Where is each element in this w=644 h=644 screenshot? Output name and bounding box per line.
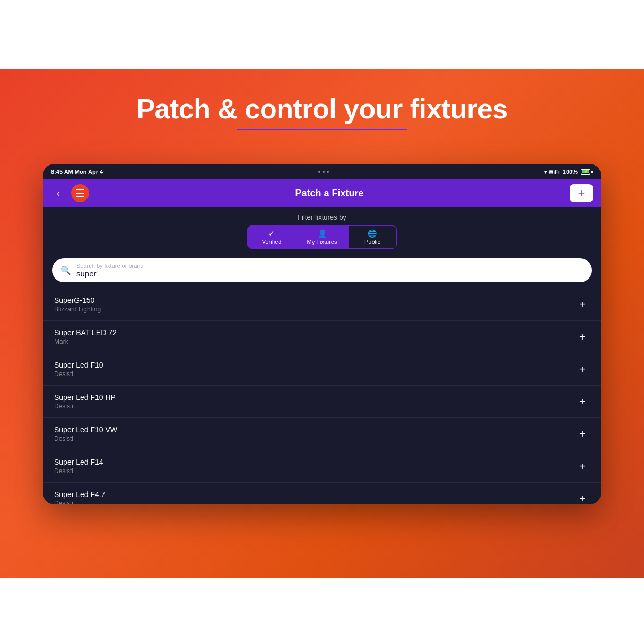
public-label: Public xyxy=(364,239,380,245)
back-button[interactable]: ‹ xyxy=(51,186,66,201)
status-dot-2 xyxy=(323,171,325,173)
search-placeholder: Search by fixture or brand xyxy=(76,263,584,269)
fixture-add-button[interactable]: + xyxy=(575,427,590,441)
filter-tabs: ✓ Verified 👤 My Fixtures 🌐 Public xyxy=(247,225,397,249)
status-dot-1 xyxy=(318,171,320,173)
tab-public[interactable]: 🌐 Public xyxy=(349,226,396,248)
battery-indicator: ⚡ xyxy=(581,169,593,175)
fixture-item[interactable]: Super Led F4.7 Desisti + xyxy=(43,483,601,504)
fixture-name: Super BAT LED 72 xyxy=(54,328,117,337)
wifi-icon: ▾ WiFi xyxy=(544,169,560,175)
fixture-name: Super Led F14 xyxy=(54,458,103,466)
fixture-brand: Desisti xyxy=(54,500,106,504)
fixture-brand: Desisti xyxy=(54,403,116,410)
fixture-list: SuperG-150 Blizzard Lighting + Super BAT… xyxy=(43,289,601,504)
filter-label: Filter fixtures by xyxy=(43,213,601,221)
nav-title: Patch a Fixture xyxy=(89,188,570,199)
search-icon: 🔍 xyxy=(60,265,71,275)
back-icon: ‹ xyxy=(57,188,60,199)
fixture-info: Super Led F10 Desisti xyxy=(54,361,103,378)
fixture-name: SuperG-150 xyxy=(54,296,101,304)
fixture-info: Super BAT LED 72 Mark xyxy=(54,328,117,345)
status-bar: 8:45 AM Mon Apr 4 ▾ WiFi 100% ⚡ xyxy=(43,164,601,179)
add-icon: + xyxy=(578,187,585,199)
status-time: 8:45 AM Mon Apr 4 xyxy=(51,169,103,175)
fixture-info: Super Led F10 VW Desisti xyxy=(54,425,117,442)
fixture-item[interactable]: Super Led F14 Desisti + xyxy=(43,450,601,483)
fixture-name: Super Led F10 xyxy=(54,361,103,369)
status-right: ▾ WiFi 100% ⚡ xyxy=(544,169,593,175)
my-fixtures-icon: 👤 xyxy=(318,229,327,238)
search-bar[interactable]: 🔍 Search by fixture or brand super xyxy=(52,258,592,282)
fixture-name: Super Led F10 HP xyxy=(54,393,116,402)
fixture-item[interactable]: SuperG-150 Blizzard Lighting + xyxy=(43,289,601,321)
fixture-brand: Desisti xyxy=(54,370,103,378)
nav-bar: ‹ Patch a Fixture + xyxy=(43,179,601,207)
search-container: 🔍 Search by fixture or brand super xyxy=(43,254,601,289)
fixture-add-button[interactable]: + xyxy=(575,491,590,504)
search-input-area[interactable]: Search by fixture or brand super xyxy=(76,263,584,278)
hamburger-icon xyxy=(76,189,84,197)
filter-section: Filter fixtures by ✓ Verified 👤 My Fixtu… xyxy=(43,207,601,254)
verified-icon: ✓ xyxy=(268,229,275,238)
fixture-add-button[interactable]: + xyxy=(575,394,590,409)
fixture-item[interactable]: Super Led F10 VW Desisti + xyxy=(43,418,601,450)
fixture-add-button[interactable]: + xyxy=(575,362,590,377)
status-dot-3 xyxy=(327,171,329,173)
fixture-brand: Desisti xyxy=(54,435,117,442)
fixture-name: Super Led F4.7 xyxy=(54,490,106,499)
fixture-brand: Blizzard Lighting xyxy=(54,306,101,313)
fixture-info: SuperG-150 Blizzard Lighting xyxy=(54,296,101,313)
hero-title: Patch & control your fixtures xyxy=(0,93,644,125)
battery-percent: 100% xyxy=(563,169,578,175)
fixture-add-button[interactable]: + xyxy=(575,329,590,344)
hero-area: Patch & control your fixtures xyxy=(0,93,644,130)
verified-label: Verified xyxy=(262,239,282,245)
hero-underline xyxy=(237,129,407,130)
fixture-info: Super Led F10 HP Desisti xyxy=(54,393,116,410)
fixture-info: Super Led F4.7 Desisti xyxy=(54,490,106,504)
fixture-brand: Mark xyxy=(54,338,117,345)
fixture-item[interactable]: Super Led F10 Desisti + xyxy=(43,353,601,386)
nav-left: ‹ xyxy=(51,184,89,202)
device-frame: 8:45 AM Mon Apr 4 ▾ WiFi 100% ⚡ ‹ xyxy=(43,164,601,504)
tab-my-fixtures[interactable]: 👤 My Fixtures xyxy=(297,226,348,248)
fixture-add-button[interactable]: + xyxy=(575,459,590,474)
fixture-name: Super Led F10 VW xyxy=(54,425,117,434)
my-fixtures-label: My Fixtures xyxy=(307,239,337,245)
fixture-info: Super Led F14 Desisti xyxy=(54,458,103,475)
status-dots xyxy=(318,171,329,173)
fixture-item[interactable]: Super BAT LED 72 Mark + xyxy=(43,321,601,353)
tab-verified[interactable]: ✓ Verified xyxy=(248,226,295,248)
fixture-add-button[interactable]: + xyxy=(575,297,590,312)
menu-button[interactable] xyxy=(71,184,89,202)
search-value: super xyxy=(76,269,584,278)
public-icon: 🌐 xyxy=(368,229,377,238)
add-fixture-button[interactable]: + xyxy=(570,184,593,202)
fixture-item[interactable]: Super Led F10 HP Desisti + xyxy=(43,386,601,418)
fixture-brand: Desisti xyxy=(54,467,103,475)
